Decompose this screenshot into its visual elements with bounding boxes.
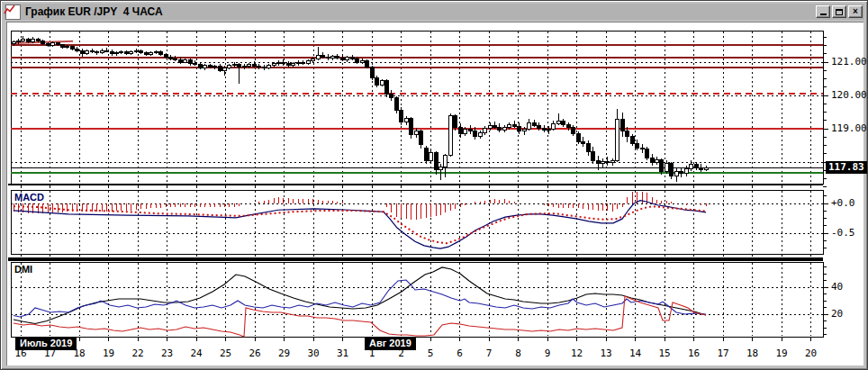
candle-body xyxy=(400,111,403,122)
candle-body xyxy=(51,43,55,46)
candle-body xyxy=(502,127,506,131)
candle-body xyxy=(665,164,668,172)
candle-body xyxy=(448,116,452,156)
candle-body xyxy=(252,65,256,66)
candle-body xyxy=(680,171,683,174)
candle-body xyxy=(704,167,708,169)
candle-body xyxy=(464,130,467,134)
candle-body xyxy=(694,165,698,168)
candle-body xyxy=(12,42,15,44)
candle-body xyxy=(356,59,359,62)
candle-body xyxy=(228,66,231,68)
candle-body xyxy=(512,125,516,126)
candle-body xyxy=(650,158,654,163)
candle-body xyxy=(248,65,251,66)
candle-body xyxy=(346,57,349,59)
candle-body xyxy=(95,52,99,53)
candle-body xyxy=(272,64,276,66)
candle-body xyxy=(468,130,472,131)
candle-body xyxy=(80,50,84,54)
candle-body xyxy=(690,165,693,168)
candle-body xyxy=(154,51,158,52)
candle-body xyxy=(620,120,624,131)
candle-body xyxy=(340,59,344,59)
candle-body xyxy=(282,62,285,64)
candle-body xyxy=(41,41,45,44)
candle-body xyxy=(105,50,109,51)
candle-body xyxy=(134,50,138,51)
candle-body xyxy=(547,129,550,131)
candle-body xyxy=(670,164,674,176)
candle-body xyxy=(601,161,604,164)
candle-body xyxy=(336,56,339,58)
candle-body xyxy=(366,60,369,67)
chart-canvas[interactable] xyxy=(1,1,868,370)
candle-body xyxy=(115,53,119,54)
candle-body xyxy=(488,125,492,128)
candle-body xyxy=(208,66,212,68)
candle-body xyxy=(370,68,374,78)
candle-body xyxy=(522,129,526,131)
candle-body xyxy=(302,62,305,63)
candle-body xyxy=(223,68,227,71)
candle-body xyxy=(203,66,207,68)
pane-splitter[interactable] xyxy=(8,257,823,261)
candle-body xyxy=(592,152,595,160)
candle-body xyxy=(646,149,649,158)
candle-body xyxy=(242,66,246,67)
candle-body xyxy=(70,46,74,50)
candle-body xyxy=(454,116,457,127)
chart-window: График EUR /JPY 4 ЧАСА × MACD DMI 117.83… xyxy=(0,0,868,370)
candle-body xyxy=(562,122,565,125)
candle-body xyxy=(538,125,541,128)
candle-body xyxy=(26,40,30,41)
candle-body xyxy=(140,50,143,53)
candle-body xyxy=(159,51,163,54)
candle-body xyxy=(258,66,261,67)
candle-body xyxy=(493,125,496,127)
candle-body xyxy=(420,131,423,145)
candle-body xyxy=(674,171,678,176)
candle-body xyxy=(586,144,590,152)
candle-body xyxy=(16,41,20,42)
candle-body xyxy=(429,153,433,161)
candle-body xyxy=(655,159,658,163)
candle-body xyxy=(410,118,413,135)
candle-body xyxy=(508,125,511,128)
candle-body xyxy=(100,50,104,53)
candle-body xyxy=(439,167,442,170)
candle-body xyxy=(36,39,40,41)
candle-body xyxy=(458,127,462,133)
candle-body xyxy=(404,118,408,122)
candle-body xyxy=(292,64,295,66)
candle-body xyxy=(350,57,354,59)
candle-body xyxy=(22,40,25,41)
candle-body xyxy=(198,65,202,68)
candle-body xyxy=(110,51,113,54)
candle-body xyxy=(178,59,182,62)
candle-body xyxy=(498,127,502,131)
candle-body xyxy=(326,57,330,58)
candle-body xyxy=(434,153,438,170)
candle-body xyxy=(296,62,300,64)
candle-body xyxy=(56,43,59,45)
candle-body xyxy=(149,53,153,54)
candle-body xyxy=(636,144,639,149)
candle-body xyxy=(572,127,575,133)
candle-body xyxy=(321,56,325,58)
candle-body xyxy=(424,148,428,160)
candle-body xyxy=(360,60,364,62)
candle-body xyxy=(542,128,546,131)
candle-body xyxy=(616,120,619,161)
candle-body xyxy=(194,64,197,65)
candle-body xyxy=(262,68,266,68)
candle-body xyxy=(312,59,315,60)
candle-body xyxy=(188,59,192,64)
candle-body xyxy=(232,65,236,66)
candle-body xyxy=(174,59,177,59)
candle-body xyxy=(552,123,556,129)
candle-body xyxy=(566,125,570,128)
candle-body xyxy=(306,60,310,63)
candle-body xyxy=(606,161,610,162)
candle-body xyxy=(331,56,335,58)
